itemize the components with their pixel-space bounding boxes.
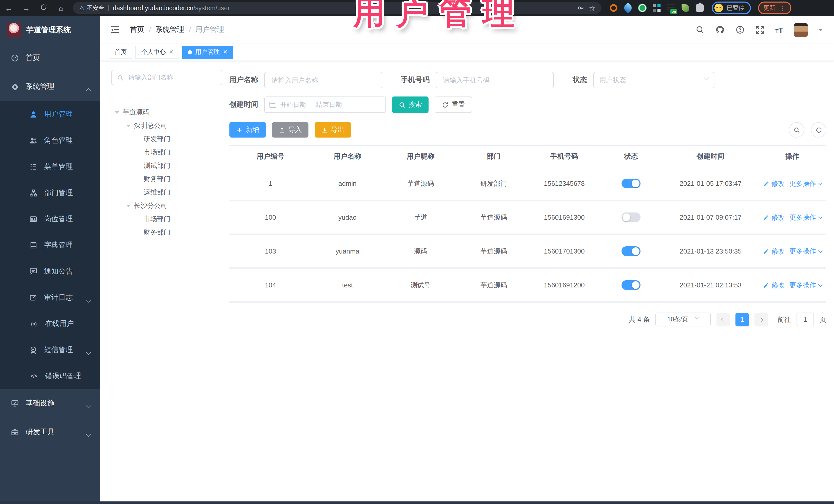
browser-reload-icon[interactable] [35, 4, 52, 12]
blue-gem-extension-icon[interactable] [622, 3, 633, 13]
mobile-input[interactable] [442, 76, 548, 84]
browser-menu-icon[interactable]: ⋮ [780, 5, 786, 10]
browser-forward-icon[interactable]: → [18, 4, 35, 12]
sidebar-item-audit-log[interactable]: 审计日志 [0, 284, 100, 310]
app-logo[interactable]: 芋道管理系统 [0, 16, 100, 44]
tree-node-dept[interactable]: 市场部门 [111, 146, 222, 159]
status-toggle[interactable] [621, 179, 640, 188]
profile-paused-pill[interactable]: 已暂停 [712, 2, 751, 14]
sidebar-item-notice[interactable]: 通知公告 [0, 258, 100, 284]
table-row: 104 test 测试号 芋道源码 15601691200 2021-01-21… [229, 268, 826, 302]
green-circle-extension-icon[interactable] [638, 4, 646, 12]
export-button[interactable]: 导出 [314, 122, 351, 137]
prev-page-button[interactable] [717, 313, 730, 326]
tree-node-company[interactable]: 长沙分公司 [111, 199, 222, 213]
tree-node-dept[interactable]: 财务部门 [111, 172, 222, 186]
more-actions-link[interactable]: 更多操作 [789, 179, 821, 188]
breadcrumb-system[interactable]: 系统管理 [155, 25, 184, 35]
url-text: dashboard.yudao.iocoder.cn/system/user [113, 4, 573, 12]
sidebar-item-online-users[interactable]: (a) 在线用户 [0, 310, 100, 337]
orange-ring-extension-icon[interactable] [610, 4, 617, 12]
username-input[interactable] [270, 76, 376, 84]
user-avatar[interactable] [794, 23, 808, 37]
goto-page-input[interactable] [796, 312, 814, 326]
current-page-button[interactable]: 1 [736, 313, 749, 326]
dept-search-input[interactable] [127, 73, 217, 82]
security-warning[interactable]: ⚠ 不安全 [79, 4, 104, 12]
edit-link[interactable]: 修改 [763, 179, 785, 188]
chevron-down-icon [704, 75, 709, 80]
tree-node-dept[interactable]: 测试部门 [111, 159, 222, 172]
more-actions-link[interactable]: 更多操作 [789, 213, 821, 222]
toolbox-icon [11, 428, 19, 436]
browser-update-button[interactable]: 更新 ⋮ [758, 2, 791, 14]
sidebar-item-dev-tools[interactable]: 研发工具 [0, 418, 100, 446]
sidebar-item-dict-mgmt[interactable]: 字典管理 [0, 232, 100, 258]
mobile-field[interactable] [436, 72, 554, 88]
address-bar[interactable]: ⚠ 不安全 dashboard.yudao.iocoder.cn/system/… [73, 2, 601, 14]
tree-node-dept[interactable]: 运维部门 [111, 186, 222, 199]
more-actions-link[interactable]: 更多操作 [789, 247, 821, 256]
status-toggle[interactable] [621, 246, 640, 256]
sidebar-item-role-mgmt[interactable]: 角色管理 [0, 127, 100, 153]
col-dept: 部门 [458, 146, 530, 167]
refresh-table-button[interactable] [811, 122, 826, 137]
font-size-icon[interactable]: TT [775, 25, 783, 34]
dept-search-box[interactable] [111, 70, 222, 85]
collapse-sidebar-icon[interactable] [110, 26, 120, 34]
show-search-button[interactable] [789, 122, 804, 137]
reset-button[interactable]: 重置 [435, 96, 472, 113]
sidebar-item-sms-mgmt[interactable]: 短信管理 [0, 337, 100, 363]
bookmark-star-icon[interactable]: ☆ [589, 4, 595, 12]
tree-node-dept[interactable]: 研发部门 [111, 132, 222, 146]
sidebar-item-user-mgmt[interactable]: 用户管理 [0, 101, 100, 127]
more-actions-link[interactable]: 更多操作 [789, 281, 821, 290]
status-select[interactable]: 用户状态 [593, 72, 715, 88]
edit-link[interactable]: 修改 [763, 247, 785, 256]
browser-home-icon[interactable]: ⌂ [52, 4, 70, 12]
sidebar-item-menu-mgmt[interactable]: 菜单管理 [0, 153, 100, 180]
header-search-icon[interactable] [695, 25, 704, 35]
tree-node-root[interactable]: 芋道源码 [111, 106, 222, 119]
caret-down-icon[interactable] [126, 204, 130, 207]
caret-down-icon[interactable] [126, 125, 130, 127]
sidebar-item-infrastructure[interactable]: 基础设施 [0, 389, 100, 418]
help-icon[interactable] [735, 25, 744, 35]
sidebar-item-dept-mgmt[interactable]: 部门管理 [0, 180, 100, 206]
edit-link[interactable]: 修改 [763, 213, 785, 222]
browser-back-icon[interactable]: ← [0, 4, 18, 12]
date-range-picker[interactable]: 开始日期 - 结束日期 [264, 96, 386, 113]
extensions-puzzle-icon[interactable] [696, 4, 704, 12]
close-tab-icon[interactable]: ✕ [169, 49, 174, 56]
edit-link[interactable]: 修改 [763, 281, 785, 290]
tree-node-dept[interactable]: 市场部门 [111, 213, 222, 226]
fullscreen-icon[interactable] [755, 25, 765, 35]
search-button[interactable]: 搜索 [392, 96, 429, 113]
close-tab-icon[interactable]: ✕ [223, 49, 227, 56]
leaf-extension-icon[interactable] [682, 4, 689, 12]
tree-node-dept[interactable]: 财务部门 [111, 226, 222, 239]
github-icon[interactable] [715, 25, 724, 35]
sidebar-item-error-code[interactable]: </> 错误码管理 [0, 363, 100, 389]
key-icon[interactable] [577, 4, 585, 12]
status-toggle[interactable] [621, 280, 640, 290]
grid-extension-icon[interactable] [653, 4, 660, 12]
status-toggle[interactable] [621, 213, 640, 222]
tree-node-company[interactable]: 深圳总公司 [111, 119, 222, 132]
username-field[interactable] [264, 72, 382, 88]
tab-home[interactable]: 首页 [109, 45, 132, 59]
sidebar-item-post-mgmt[interactable]: 岗位管理 [0, 206, 100, 232]
sidebar-item-home[interactable]: 首页 [0, 44, 100, 72]
sidebar-item-system[interactable]: 系统管理 [0, 72, 100, 101]
list-extension-icon[interactable]: on [667, 4, 675, 12]
next-page-button[interactable] [754, 313, 768, 326]
system-submenu: 用户管理 角色管理 菜单管理 部门管 [0, 101, 100, 389]
add-button[interactable]: 新增 [229, 122, 266, 137]
caret-down-icon[interactable] [115, 111, 119, 114]
tab-profile[interactable]: 个人中心 ✕ [135, 45, 179, 59]
import-button[interactable]: 导入 [272, 122, 308, 137]
avatar-dropdown-icon[interactable] [819, 28, 823, 31]
page-size-select[interactable]: 10条/页 [655, 312, 711, 326]
breadcrumb-home[interactable]: 首页 [130, 25, 144, 35]
tab-user-mgmt[interactable]: 用户管理 ✕ [182, 45, 233, 59]
